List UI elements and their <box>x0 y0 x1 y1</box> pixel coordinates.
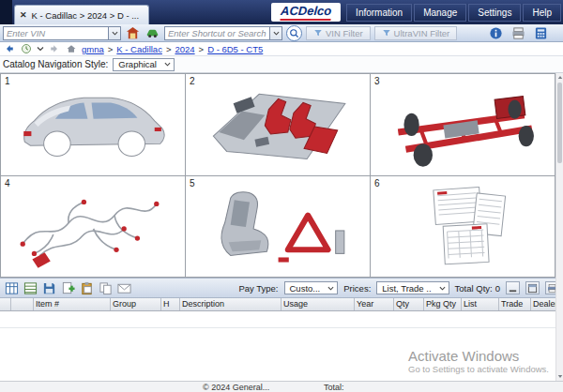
scrollbar-thumb[interactable] <box>557 83 562 163</box>
catalog-cell-labels[interactable]: 6 <box>371 176 555 279</box>
column-header-usage[interactable]: Usage <box>282 298 355 310</box>
chevron-down-icon <box>439 285 446 292</box>
worksheet-icon[interactable] <box>4 280 20 295</box>
title-bar: ✕ K - Cadillac > 2024 > D - ... ACDelco … <box>0 0 563 24</box>
minimize-icon[interactable] <box>506 281 520 294</box>
chassis-illustration <box>381 79 543 170</box>
breadcrumb-year[interactable]: 2024 <box>175 44 194 54</box>
application-window: ✕ K - Cadillac > 2024 > D - ... ACDelco … <box>0 0 563 392</box>
tab-close-icon[interactable]: ✕ <box>20 10 27 20</box>
copy-icon[interactable] <box>98 280 114 295</box>
search-button[interactable] <box>286 25 302 41</box>
paste-icon[interactable] <box>79 280 95 295</box>
catalog-cell-body[interactable]: 1 <box>1 74 186 176</box>
vertical-scrollbar[interactable] <box>555 73 563 381</box>
acdelco-logo: ACDelco <box>271 3 341 22</box>
catalog-cell-chassis[interactable]: 3 <box>371 74 555 176</box>
breadcrumb-separator: > <box>199 44 205 54</box>
breadcrumb-gmna[interactable]: gmna <box>82 44 104 54</box>
vin-dropdown-button[interactable] <box>108 26 121 40</box>
search-icon <box>289 28 299 38</box>
search-dropdown-button[interactable] <box>269 26 282 40</box>
catalog-tab[interactable]: ✕ K - Cadillac > 2024 > D - ... <box>14 5 149 24</box>
pay-type-select[interactable]: Custo... <box>284 281 339 294</box>
vin-input-group <box>3 26 121 40</box>
calculator-icon[interactable] <box>533 25 549 40</box>
column-header-h[interactable]: H <box>161 298 180 310</box>
prices-label: Prices: <box>343 283 371 294</box>
chevron-down-icon <box>112 30 118 37</box>
seat-warning-triangle-illustration <box>196 181 358 272</box>
titlebar-menu: ACDelco Information Manage Settings Help <box>271 3 563 24</box>
wiring-harness-illustration <box>11 181 174 272</box>
car-icon[interactable] <box>145 25 160 40</box>
catalog-cell-seat-accessories[interactable]: 5 <box>186 176 371 279</box>
menu-information[interactable]: Information <box>346 4 412 22</box>
catalog-style-select[interactable]: Graphical <box>113 58 175 71</box>
column-header-year[interactable]: Year <box>355 298 394 310</box>
labels-documents-illustration <box>381 181 543 272</box>
menu-help[interactable]: Help <box>523 4 561 22</box>
menu-settings[interactable]: Settings <box>468 4 521 22</box>
column-header-group[interactable]: Group <box>111 298 161 310</box>
home-icon[interactable] <box>65 43 78 55</box>
total-qty: Total Qty: 0 <box>455 283 500 294</box>
cart-settings: Pay Type: Custo... Prices: List, Trade .… <box>238 281 559 294</box>
shortcut-search-group <box>164 26 282 40</box>
cell-number: 2 <box>190 76 195 86</box>
catalog-grid: 1 2 <box>0 73 555 278</box>
vin-filter-label: VIN Filter <box>326 28 363 38</box>
add-item-icon[interactable] <box>60 280 76 295</box>
info-icon[interactable] <box>488 25 504 40</box>
total-label: Total: <box>324 383 344 392</box>
column-header-list[interactable]: List <box>462 298 499 310</box>
acdelco-logo-text: ACDelco <box>280 5 331 21</box>
column-header-row[interactable] <box>11 298 34 310</box>
copyright-text: © 2024 General... <box>203 383 269 392</box>
history-icon[interactable] <box>20 43 33 55</box>
app-icon <box>0 0 12 24</box>
forward-arrow-icon[interactable] <box>48 43 61 55</box>
column-header-qty[interactable]: Qty <box>394 298 424 310</box>
column-header-item[interactable]: Item # <box>34 298 111 310</box>
save-icon[interactable] <box>41 280 57 295</box>
column-header-pkg-qty[interactable]: Pkg Qty <box>424 298 462 310</box>
column-header-trade[interactable]: Trade <box>499 298 531 310</box>
column-header-description[interactable]: Description <box>180 298 282 310</box>
toolbar-right-icons <box>488 25 549 40</box>
catalog-cell-wiring[interactable]: 4 <box>1 176 186 279</box>
garage-icon[interactable] <box>125 25 141 40</box>
back-arrow-icon[interactable] <box>3 43 16 55</box>
email-icon[interactable] <box>116 280 132 295</box>
list-icon[interactable] <box>23 280 38 295</box>
main-toolbar: VIN Filter UltraVIN Filter <box>0 24 563 42</box>
breadcrumb-make[interactable]: K - Cadillac <box>116 44 162 54</box>
cell-number: 4 <box>5 178 10 188</box>
scroll-down-icon[interactable] <box>556 372 563 381</box>
chevron-down-icon <box>273 30 280 37</box>
status-bar: © 2024 General... Total: <box>0 381 563 392</box>
catalog-cell-interior[interactable]: 2 <box>186 74 371 176</box>
column-header-select[interactable] <box>0 298 11 310</box>
filter-icon <box>313 28 323 38</box>
shortcut-search-input[interactable] <box>164 26 269 40</box>
print-icon[interactable] <box>510 25 526 40</box>
ultravin-filter-toggle[interactable]: UltraVIN Filter <box>374 26 458 40</box>
vin-filter-toggle[interactable]: VIN Filter <box>306 26 371 40</box>
history-dropdown-icon[interactable] <box>37 43 44 55</box>
prices-select[interactable]: List, Trade .. <box>376 281 449 294</box>
vin-input[interactable] <box>3 26 108 40</box>
cart-toolbar: Pay Type: Custo... Prices: List, Trade .… <box>0 278 563 298</box>
cell-number: 3 <box>374 76 380 86</box>
scroll-up-icon[interactable] <box>556 73 563 82</box>
catalog-style-label: Catalog Navigation Style: <box>3 59 108 69</box>
breadcrumb-bar: gmna > K - Cadillac > 2024 > D - 6D5 - C… <box>0 42 563 56</box>
tab-label: K - Cadillac > 2024 > D - ... <box>32 10 140 21</box>
breadcrumb-model[interactable]: D - 6D5 - CT5 <box>207 44 263 54</box>
breadcrumb-separator: > <box>166 44 172 54</box>
parts-table-body <box>0 311 563 381</box>
catalog-style-bar: Catalog Navigation Style: Graphical <box>0 56 563 73</box>
panel-icon[interactable] <box>525 281 540 294</box>
chevron-down-icon <box>327 285 334 292</box>
menu-manage[interactable]: Manage <box>414 4 466 22</box>
